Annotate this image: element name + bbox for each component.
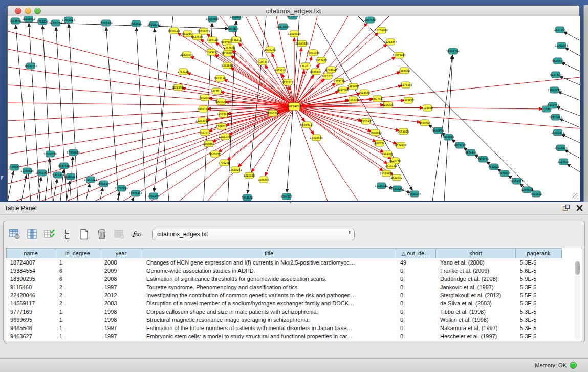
citation-edge-red[interactable] bbox=[229, 106, 294, 135]
table-cell-title[interactable]: Structural magnetic resonance image aver… bbox=[142, 316, 396, 324]
table-cell-title[interactable]: Tourette syndrome. Phenomenology and cla… bbox=[142, 283, 396, 291]
graph-node-yellow[interactable]: 8990448 bbox=[310, 69, 321, 75]
graph-node-yellow[interactable]: 9106529 bbox=[216, 123, 227, 129]
graph-node-yellow[interactable]: 14527699 bbox=[216, 111, 229, 117]
table-cell-name[interactable]: 9699695 bbox=[6, 316, 55, 324]
graph-node-yellow[interactable]: 9886306 bbox=[258, 177, 269, 183]
table-cell-title[interactable]: Changes of HCN gene expression and I(f) … bbox=[142, 258, 396, 267]
column-header-pagerank[interactable]: pagerank bbox=[516, 248, 562, 258]
graph-node-teal[interactable]: 9397588 bbox=[58, 163, 70, 169]
table-row[interactable]: 1456911722003Disruption of a novel membe… bbox=[6, 299, 582, 308]
graph-node-teal[interactable]: 13505115 bbox=[64, 173, 77, 180]
table-cell-short[interactable]: Wolkin et al. (1998) bbox=[436, 316, 516, 324]
row-height-button[interactable] bbox=[60, 227, 74, 242]
citation-edge-black[interactable] bbox=[155, 29, 169, 201]
table-cell-title[interactable]: Estimation of the future numbers of pati… bbox=[142, 324, 396, 332]
graph-node-yellow[interactable]: 9806774 bbox=[198, 106, 209, 112]
graph-node-yellow[interactable]: 8756885 bbox=[222, 50, 233, 56]
table-row[interactable]: 2242004622012Investigating the contribut… bbox=[6, 291, 582, 299]
citation-edge-red[interactable] bbox=[8, 31, 294, 106]
graph-node-yellow[interactable]: 8990441 bbox=[215, 99, 227, 105]
graph-node-teal[interactable]: 16033809 bbox=[206, 16, 219, 22]
table-cell-title[interactable]: Disruption of a novel member of a sodium… bbox=[142, 299, 396, 308]
graph-node-yellow[interactable]: 10807487 bbox=[371, 96, 383, 102]
table-cell-out_de[interactable]: 49 bbox=[396, 258, 436, 267]
graph-node-teal[interactable]: 17359928 bbox=[67, 149, 79, 156]
column-header-name[interactable]: name bbox=[6, 248, 55, 258]
column-header-short[interactable]: short bbox=[436, 248, 516, 258]
graph-node-teal[interactable]: 16648794 bbox=[446, 48, 459, 54]
graph-node-teal[interactable]: 20206576 bbox=[43, 151, 56, 157]
show-columns-button[interactable] bbox=[25, 227, 39, 242]
table-cell-pagerank[interactable]: 5.3E-5 bbox=[516, 283, 562, 291]
table-settings-button[interactable] bbox=[8, 227, 22, 242]
citation-edge-red[interactable] bbox=[294, 48, 301, 106]
graph-node-yellow[interactable]: 8427512 bbox=[211, 88, 222, 94]
graph-node-yellow[interactable]: 12975185 bbox=[399, 82, 412, 88]
graph-node-teal[interactable]: 9135051 bbox=[9, 164, 20, 170]
graph-node-teal[interactable]: 10224712 bbox=[147, 21, 160, 28]
graph-node-yellow[interactable]: 9115460 bbox=[422, 105, 433, 111]
table-cell-year[interactable]: 1997 bbox=[100, 332, 142, 340]
graph-node-teal[interactable]: 15724355 bbox=[230, 16, 243, 20]
table-cell-short[interactable]: Tibbo et al. (1998) bbox=[436, 308, 516, 316]
table-cell-name[interactable]: 9777169 bbox=[6, 308, 55, 316]
table-row[interactable]: 946362711997Embryonic stem cells: a mode… bbox=[6, 332, 582, 340]
graph-node-yellow[interactable]: 10688609 bbox=[368, 129, 381, 136]
table-cell-out_de[interactable]: 0 bbox=[396, 308, 436, 316]
window-resize-grip[interactable] bbox=[572, 193, 578, 199]
graph-node-teal[interactable]: 9533664 bbox=[10, 18, 21, 24]
graph-node-yellow[interactable]: 9699695 bbox=[419, 120, 430, 126]
table-cell-pagerank[interactable]: 5.9E-5 bbox=[516, 275, 562, 283]
table-cell-title[interactable]: Corpus callosum shape and size in male p… bbox=[142, 308, 396, 316]
table-cell-in_degree[interactable]: 2 bbox=[55, 291, 100, 299]
graph-node-yellow[interactable]: 9463627 bbox=[403, 97, 414, 103]
table-cell-short[interactable]: Yano et al. (2008) bbox=[436, 258, 516, 267]
citation-edge-red[interactable] bbox=[238, 106, 294, 167]
graph-node-yellow[interactable]: 8660123 bbox=[168, 28, 180, 34]
collapsed-panel-edge[interactable] bbox=[583, 5, 588, 202]
table-cell-pagerank[interactable]: 5.3E-5 bbox=[516, 308, 562, 316]
graph-node-yellow[interactable]: 7687072 bbox=[199, 129, 210, 136]
table-row[interactable]: 1872400712008Changes of HCN gene express… bbox=[6, 258, 582, 267]
graph-node-teal[interactable]: 17016504 bbox=[554, 145, 567, 151]
graph-node-yellow[interactable]: 6497568 bbox=[337, 87, 349, 93]
graph-node-teal[interactable]: 11451944 bbox=[51, 172, 64, 178]
graph-node-teal[interactable]: 2987682 bbox=[364, 17, 376, 23]
table-cell-year[interactable]: 2003 bbox=[100, 299, 142, 308]
table-cell-out_de[interactable]: 0 bbox=[396, 267, 436, 275]
graph-node-teal[interactable]: 9474444 bbox=[465, 149, 476, 156]
table-cell-pagerank[interactable]: 5.3E-5 bbox=[516, 332, 562, 340]
citation-edge-black[interactable] bbox=[564, 150, 580, 158]
table-cell-short[interactable]: Stergiakouli et al. (2012) bbox=[436, 291, 516, 299]
graph-node-yellow[interactable]: 2803144 bbox=[214, 75, 226, 81]
citation-edge-black[interactable] bbox=[100, 188, 103, 201]
graph-node-teal[interactable]: 10590100 bbox=[408, 191, 421, 197]
table-cell-in_degree[interactable]: 1 bbox=[55, 316, 100, 324]
graph-node-yellow[interactable]: 9984067 bbox=[382, 151, 393, 157]
table-cell-title[interactable]: Embryonic stem cells: a model to study s… bbox=[142, 332, 396, 340]
graph-node-teal[interactable]: 17957223 bbox=[84, 177, 97, 183]
table-cell-in_degree[interactable]: 1 bbox=[55, 258, 100, 267]
table-scrollbar[interactable] bbox=[575, 260, 580, 340]
graph-node-yellow[interactable]: 7902642 bbox=[199, 95, 210, 101]
table-cell-out_de[interactable]: 0 bbox=[396, 332, 436, 340]
delete-table-button[interactable] bbox=[95, 227, 109, 242]
table-cell-out_de[interactable]: 0 bbox=[396, 316, 436, 324]
graph-node-teal[interactable]: 8938924 bbox=[443, 134, 454, 140]
citation-edge-black[interactable] bbox=[565, 48, 580, 56]
table-cell-name[interactable]: 19384554 bbox=[6, 267, 55, 275]
citation-edge-black[interactable] bbox=[8, 171, 13, 201]
citation-edge-black[interactable] bbox=[86, 184, 90, 201]
table-cell-out_de[interactable]: 0 bbox=[396, 299, 436, 308]
graph-node-yellow[interactable]: 1969463 bbox=[203, 141, 214, 147]
table-cell-out_de[interactable]: 0 bbox=[396, 275, 436, 283]
network-window-titlebar[interactable]: citations_edges.txt bbox=[8, 6, 579, 16]
table-cell-title[interactable]: Investigating the contribution of common… bbox=[142, 291, 396, 299]
graph-node-teal[interactable]: 17334262 bbox=[390, 186, 403, 192]
create-table-button[interactable] bbox=[77, 227, 92, 242]
table-row[interactable]: 1938455462009Genome-wide association stu… bbox=[6, 267, 582, 275]
graph-node-yellow[interactable]: 11283793 bbox=[195, 118, 208, 124]
graph-node-teal[interactable]: 11239812 bbox=[22, 16, 35, 22]
graph-node-teal[interactable]: 12093872 bbox=[548, 87, 560, 93]
